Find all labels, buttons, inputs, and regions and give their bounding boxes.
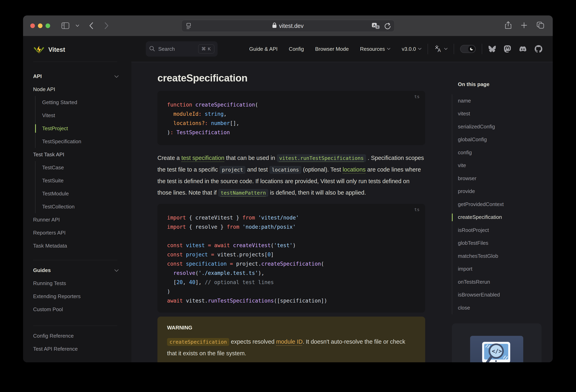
share-icon[interactable] [505,21,511,30]
translate-icon[interactable]: Ax̄ [372,22,380,31]
outline-item-matchestestglob[interactable]: matchesTestGlob [458,250,542,263]
zoom-window-button[interactable] [46,24,50,28]
outline-item-close[interactable]: close [458,301,542,314]
text-segment: that can be used in [224,155,277,161]
sidebar-item-task-metadata[interactable]: Task Metadata [33,239,131,252]
sidebar-toggle-icon[interactable] [61,22,69,29]
sidebar-item-extending-reporters[interactable]: Extending Reporters [33,290,131,303]
reload-icon[interactable] [384,22,391,31]
inline-link-testnamepattern[interactable]: testNamePattern [218,189,268,197]
chevron-down-icon [418,48,422,50]
lock-icon [272,23,277,30]
forward-button[interactable] [104,22,109,29]
nav-item-guide-api[interactable]: Guide & API [249,46,278,52]
outline-item-browser[interactable]: browser [458,172,542,185]
url-text: vitest.dev [279,23,304,29]
code-line: [20, 40], // optional test lines [167,278,416,287]
promo-card[interactable]: </> [452,323,542,362]
sidebar-item-test-api-reference[interactable]: Test API Reference [33,342,131,356]
chevron-down-icon [444,48,448,50]
chevron-down-icon [114,73,119,79]
close-window-button[interactable] [30,24,35,28]
nav-item-resources[interactable]: Resources [360,46,390,52]
outline-item-provide[interactable]: provide [458,185,542,198]
sidebar-item-testsuite[interactable]: TestSuite [42,174,131,187]
sidebar-item-runner-api[interactable]: Runner API [33,213,131,226]
outline-item-globtestfiles[interactable]: globTestFiles [458,237,542,250]
code-line: ): TestSpecification [167,128,416,137]
page-title: createSpecification [157,72,425,84]
bluesky-icon[interactable] [488,45,496,53]
tabs-overview-icon[interactable] [537,22,544,30]
outline-item-isrootproject[interactable]: isRootProject [458,224,542,237]
outline-item-createspecification[interactable]: createSpecification [458,211,542,224]
outline-item-serializedconfig[interactable]: serializedConfig [458,120,542,133]
search-button[interactable]: Search ⌘ K [146,41,218,57]
code-line [167,232,416,241]
sidebar-item-testcase[interactable]: TestCase [42,161,131,174]
new-tab-icon[interactable] [521,22,527,30]
divider [454,44,454,54]
inline-link-module-id[interactable]: module ID [276,338,303,345]
outline-item-isbrowserenabled[interactable]: isBrowserEnabled [458,288,542,302]
sidebar-item-testspecification[interactable]: TestSpecification [42,135,131,148]
inline-code: project [219,166,245,174]
sidebar-item-node-api[interactable]: Node API [33,83,131,96]
vitest-logo[interactable]: Vitest [33,42,131,57]
logo-text: Vitest [48,46,65,53]
sidebar-chevron-icon[interactable] [75,24,79,27]
back-button[interactable] [89,22,93,29]
github-icon[interactable] [535,45,542,53]
svg-text:A: A [373,24,375,27]
search-icon [149,46,155,52]
sidebar-item-getting-started[interactable]: Getting Started [42,96,131,109]
outline-item-getprovidedcontext[interactable]: getProvidedContext [458,198,542,211]
code-line: function createSpecification( [167,100,416,109]
text-segment: (optional). Test [301,166,343,173]
code-search-monitor-icon: </> [480,339,514,362]
sidebar-item-reporters-api[interactable]: Reporters API [33,226,131,239]
code-line: await vitest.runTestSpecifications([spec… [167,296,416,305]
inline-link-test-specification[interactable]: test specification [181,155,224,161]
text-segment: expects resolved [229,338,276,345]
sidebar-item-testcollection[interactable]: TestCollection [42,200,131,213]
search-shortcut: ⌘ K [198,44,214,54]
reader-icon[interactable] [185,23,192,30]
code-line: const project = vitest.projects[0] [167,250,416,259]
svg-text:</>: </> [492,348,502,355]
outline-item-config[interactable]: config [458,146,542,159]
minimize-window-button[interactable] [38,24,43,28]
divider [33,326,117,326]
outline-item-import[interactable]: import [458,263,542,276]
inline-link-locations[interactable]: locations [343,166,365,173]
outline-item-vitest[interactable]: vitest [458,107,542,120]
code-lang-badge: ts [414,207,420,212]
warning-title: WARNING [167,325,416,331]
sidebar-item-vitest[interactable]: Vitest [42,109,131,122]
outline-item-ontestsrerun[interactable]: onTestsRerun [458,275,542,288]
outline-item-vite[interactable]: vite [458,159,542,172]
mastodon-icon[interactable] [504,45,511,53]
sidebar-item-test-task-api[interactable]: Test Task API [33,148,131,161]
nav-item-browser-mode[interactable]: Browser Mode [315,46,349,52]
doc-sidebar: Vitest API Node API Getting StartedVites… [23,36,131,362]
sidebar-item-testmodule[interactable]: TestModule [42,187,131,200]
nav-item-config[interactable]: Config [289,46,304,52]
language-menu[interactable]: A [434,45,448,53]
sidebar-item-config-reference[interactable]: Config Reference [33,330,131,342]
nav-item-version[interactable]: v3.0.0 [402,46,422,52]
description-paragraph: Create a test specification that can be … [157,152,425,199]
theme-toggle[interactable] [460,45,476,53]
address-bar[interactable]: vitest.dev Ax̄ [181,20,395,32]
outline-item-name[interactable]: name [458,94,542,107]
outline-item-globalconfig[interactable]: globalConfig [458,133,542,146]
sidebar-item-running-tests[interactable]: Running Tests [33,277,131,290]
sidebar-section-guides[interactable]: Guides [33,264,131,277]
sidebar-item-testproject[interactable]: TestProject [42,122,131,135]
discord-icon[interactable] [519,46,527,52]
sidebar-item-custom-pool[interactable]: Custom Pool [33,303,131,316]
divider [33,61,117,62]
divider [428,44,428,54]
sidebar-section-api[interactable]: API [33,70,131,83]
inline-link-vitest-runtestspecifications[interactable]: vitest.runTestSpecifications [277,154,366,162]
